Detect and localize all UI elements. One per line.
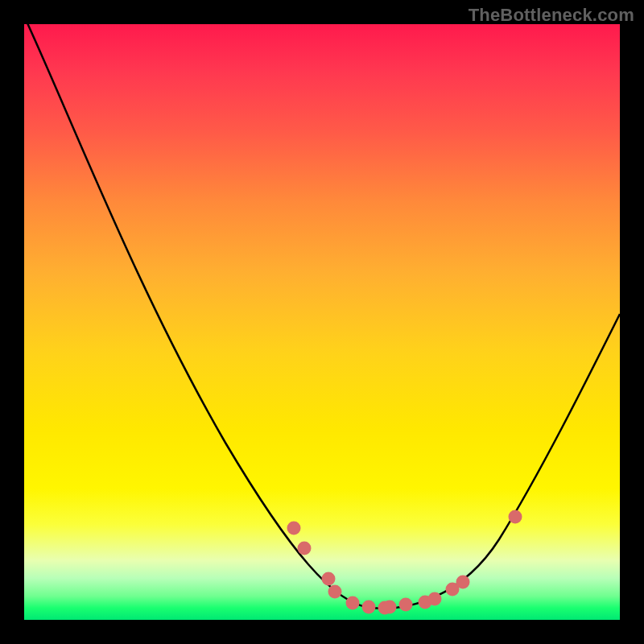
data-marker (322, 572, 336, 586)
data-marker (509, 510, 522, 524)
data-marker (298, 542, 312, 555)
chart-svg (24, 24, 620, 620)
data-marker (399, 598, 413, 612)
data-marker (456, 576, 470, 589)
data-marker (346, 597, 360, 610)
data-marker (362, 601, 376, 614)
marker-group (287, 510, 522, 615)
data-marker (383, 601, 397, 614)
data-marker (287, 522, 301, 535)
data-marker (428, 592, 442, 606)
curve-path (24, 24, 620, 609)
watermark-text: TheBottleneck.com (469, 5, 634, 26)
data-marker (328, 585, 342, 599)
